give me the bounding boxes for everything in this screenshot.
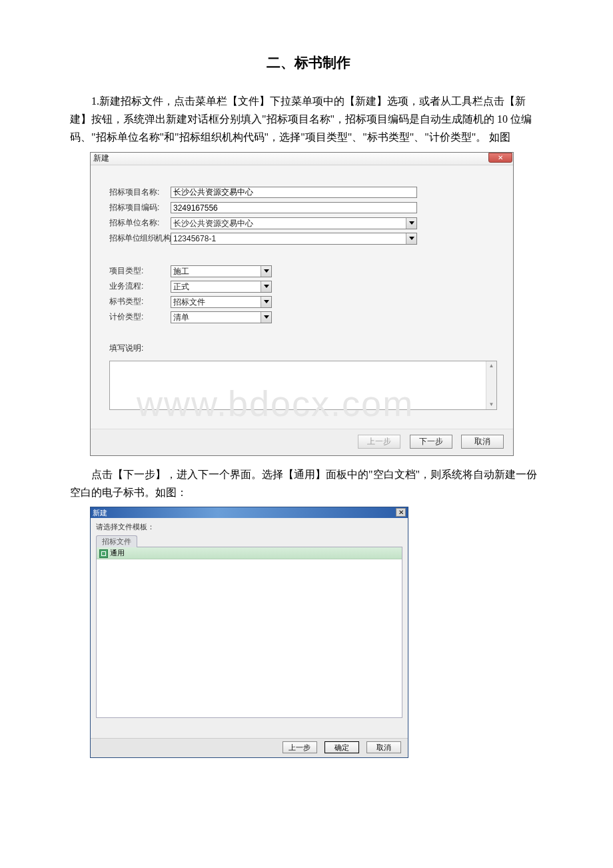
tab-zhaobiao[interactable]: 招标文件 — [96, 535, 137, 547]
dialog-titlebar: 新建 ✕ — [91, 153, 513, 165]
template-icon — [99, 549, 108, 558]
next-button[interactable]: 下一步 — [410, 435, 452, 449]
label-project-name: 招标项目名称: — [109, 187, 171, 198]
unit-name-value: 长沙公共资源交易中心 — [171, 218, 406, 229]
cancel-button[interactable]: 取消 — [366, 741, 401, 753]
label-price-type: 计价类型: — [109, 311, 171, 323]
template-tabs: 招标文件 — [96, 535, 402, 547]
dialog-button-bar: 上一步 下一步 取消 — [91, 429, 513, 455]
price-type-value: 清单 — [171, 312, 261, 323]
chevron-down-icon[interactable] — [406, 218, 416, 229]
label-notes: 填写说明: — [109, 343, 497, 354]
ok-button[interactable]: 确定 — [324, 741, 359, 753]
unit-org-value: 12345678-1 — [171, 233, 406, 244]
doc-type-value: 招标文件 — [171, 297, 261, 307]
project-code-input[interactable] — [171, 202, 417, 213]
scrollbar[interactable]: ▲ ▼ — [486, 361, 496, 409]
label-doc-type: 标书类型: — [109, 296, 171, 307]
label-project-code: 招标项目编码: — [109, 202, 171, 213]
scroll-down-icon[interactable]: ▼ — [486, 400, 496, 409]
label-biz-flow: 业务流程: — [109, 281, 171, 292]
dialog2-button-bar: 上一步 确定 取消 — [91, 738, 408, 757]
label-unit-org: 招标单位组织机构 — [109, 233, 171, 244]
label-unit-name: 招标单位名称: — [109, 217, 171, 229]
template-item-label: 通用 — [110, 549, 125, 557]
body-paragraph-2: 点击【下一步】，进入下一个界面。选择【通用】面板中的"空白文档"，则系统将自动新… — [70, 465, 546, 501]
template-item-tongyong[interactable]: 通用 — [97, 547, 402, 559]
project-name-input[interactable] — [171, 187, 417, 198]
project-type-combo[interactable]: 施工 — [171, 265, 272, 277]
section-heading: 二、标书制作 — [70, 53, 546, 72]
unit-org-combo[interactable]: 12345678-1 — [171, 233, 417, 245]
template-label: 请选择文件模板： — [96, 522, 402, 532]
chevron-down-icon[interactable] — [406, 233, 416, 244]
new-dialog-1: 新建 ✕ 招标项目名称: 招标项目编码: 招标单位名称: 长沙公共资源交易中心 — [90, 152, 514, 456]
notes-textarea[interactable]: ▲ ▼ — [109, 361, 497, 410]
new-dialog-2: 新建 ✕ 请选择文件模板： 招标文件 通用 上一步 确定 取消 — [90, 507, 408, 758]
chevron-down-icon[interactable] — [261, 281, 271, 292]
prev-button[interactable]: 上一步 — [283, 741, 317, 753]
body-paragraph-1: 1.新建招标文件，点击菜单栏【文件】下拉菜单项中的【新建】选项，或者从工具栏点击… — [70, 92, 546, 147]
chevron-down-icon[interactable] — [261, 312, 271, 323]
biz-flow-combo[interactable]: 正式 — [171, 281, 272, 293]
dialog2-titlebar: 新建 ✕ — [91, 507, 408, 518]
doc-type-combo[interactable]: 招标文件 — [171, 296, 272, 308]
close-icon[interactable]: ✕ — [488, 153, 512, 163]
close-icon[interactable]: ✕ — [396, 508, 406, 517]
unit-name-combo[interactable]: 长沙公共资源交易中心 — [171, 217, 417, 229]
chevron-down-icon[interactable] — [261, 297, 271, 307]
dialog-title: 新建 — [93, 153, 109, 164]
biz-flow-value: 正式 — [171, 281, 261, 292]
label-project-type: 项目类型: — [109, 265, 171, 277]
prev-button[interactable]: 上一步 — [358, 435, 400, 449]
project-type-value: 施工 — [171, 266, 261, 277]
dialog2-title: 新建 — [93, 507, 107, 518]
template-list[interactable]: 通用 — [96, 547, 402, 718]
scroll-up-icon[interactable]: ▲ — [486, 361, 496, 371]
price-type-combo[interactable]: 清单 — [171, 311, 272, 323]
cancel-button[interactable]: 取消 — [461, 435, 504, 449]
chevron-down-icon[interactable] — [261, 266, 271, 277]
